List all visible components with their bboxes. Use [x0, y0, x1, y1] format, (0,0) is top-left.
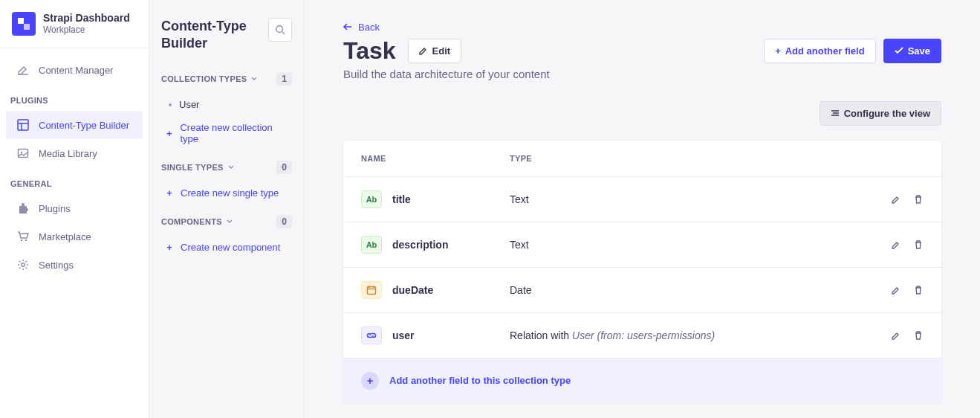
svg-point-6 — [21, 152, 22, 153]
chevron-down-icon — [227, 219, 233, 224]
edit-field-button[interactable] — [891, 285, 901, 295]
svg-line-11 — [282, 32, 285, 35]
field-type-icon: Ab — [361, 236, 382, 254]
create-collection-type[interactable]: + Create new collection type — [161, 116, 292, 150]
puzzle-icon — [16, 202, 30, 215]
configure-view-button[interactable]: Configure the view — [820, 101, 941, 126]
delete-field-button[interactable] — [913, 285, 924, 295]
brand-subtitle: Workplace — [43, 25, 130, 35]
field-type-icon: Ab — [361, 190, 382, 208]
save-label: Save — [908, 45, 930, 57]
svg-rect-2 — [18, 120, 28, 130]
nav-label: Settings — [39, 260, 74, 271]
pencil-icon — [419, 46, 428, 55]
layout-icon — [16, 118, 30, 132]
count-badge: 0 — [276, 161, 292, 174]
plus-circle-icon: + — [361, 372, 379, 390]
brand-logo-icon — [12, 12, 36, 36]
section-label: COLLECTION TYPES — [161, 74, 247, 83]
nav-plugins[interactable]: Plugins — [6, 194, 143, 222]
count-badge: 0 — [276, 215, 292, 228]
plus-icon: + — [164, 242, 175, 253]
nav-label: Plugins — [39, 203, 71, 214]
sub-nav: Content-Type Builder COLLECTION TYPES 1 … — [149, 0, 305, 418]
section-label: SINGLE TYPES — [161, 163, 224, 172]
field-name: title — [392, 193, 411, 205]
collection-type-user[interactable]: User — [161, 93, 292, 116]
edit-label: Edit — [432, 45, 451, 57]
field-type: Text — [510, 193, 842, 205]
delete-field-button[interactable] — [913, 239, 924, 250]
add-field-button[interactable]: + Add another field — [764, 39, 875, 63]
delete-field-button[interactable] — [913, 194, 924, 205]
field-type: Relation with User (from: users-permissi… — [510, 329, 842, 341]
svg-point-7 — [21, 239, 22, 241]
brand-title: Strapi Dashboard — [43, 12, 130, 25]
create-component[interactable]: + Create new component — [161, 236, 292, 259]
gear-icon — [16, 258, 30, 271]
svg-rect-1 — [24, 24, 30, 30]
chevron-down-icon — [251, 77, 257, 81]
table-row: userRelation with User (from: users-perm… — [343, 313, 941, 358]
count-badge: 1 — [276, 72, 292, 86]
back-link[interactable]: Back — [343, 22, 380, 33]
nav-divider — [0, 48, 149, 48]
th-name: NAME — [361, 154, 510, 163]
chevron-down-icon — [228, 165, 234, 170]
image-icon — [16, 147, 30, 160]
svg-point-10 — [276, 26, 283, 33]
edit-field-button[interactable] — [891, 239, 901, 250]
add-field-row[interactable]: + Add another field to this collection t… — [343, 358, 941, 403]
plus-icon: + — [775, 45, 781, 57]
pencil-square-icon — [16, 63, 30, 77]
field-name: description — [392, 239, 448, 251]
svg-rect-0 — [18, 18, 24, 24]
nav-label: Marketplace — [39, 231, 91, 242]
edit-field-button[interactable] — [891, 330, 901, 341]
create-single-type[interactable]: + Create new single type — [161, 181, 292, 205]
nav-section-plugins-label: PLUGINS — [0, 84, 149, 111]
field-type-icon — [361, 281, 382, 299]
section-label: COMPONENTS — [161, 217, 222, 226]
plus-icon: + — [164, 128, 174, 139]
add-field-row-label: Add another field to this collection typ… — [389, 375, 571, 386]
nav-content-type-builder[interactable]: Content-Type Builder — [6, 111, 143, 139]
search-button[interactable] — [268, 18, 292, 42]
configure-label: Configure the view — [844, 108, 930, 119]
check-icon — [895, 47, 903, 54]
edit-field-button[interactable] — [891, 194, 901, 205]
fields-table: NAME TYPE AbtitleTextAbdescriptionTextdu… — [343, 141, 941, 403]
main-nav: Strapi Dashboard Workplace Content Manag… — [0, 0, 149, 418]
edit-button[interactable]: Edit — [408, 39, 462, 63]
components-toggle[interactable]: COMPONENTS 0 — [161, 208, 292, 236]
delete-field-button[interactable] — [913, 330, 924, 341]
table-row: AbdescriptionText — [343, 222, 941, 268]
field-type: Date — [510, 284, 842, 296]
collection-types-toggle[interactable]: COLLECTION TYPES 1 — [161, 65, 292, 93]
nav-settings[interactable]: Settings — [6, 251, 143, 279]
plus-icon: + — [164, 187, 175, 199]
content-area: Back Task Edit + Add another field Save … — [305, 0, 980, 418]
nav-media-library[interactable]: Media Library — [6, 139, 143, 167]
field-name: dueDate — [392, 284, 433, 296]
action-label: Create new collection type — [180, 122, 289, 144]
add-field-label: Add another field — [785, 45, 865, 57]
svg-point-8 — [25, 239, 27, 241]
action-label: Create new component — [181, 242, 280, 253]
arrow-left-icon — [343, 23, 352, 30]
nav-section-general-label: GENERAL — [0, 167, 149, 194]
table-row: AbtitleText — [343, 177, 941, 222]
field-type: Text — [510, 239, 842, 251]
th-type: TYPE — [510, 154, 842, 163]
nav-content-manager[interactable]: Content Manager — [6, 56, 143, 84]
table-row: dueDateDate — [343, 268, 941, 313]
nav-marketplace[interactable]: Marketplace — [6, 222, 143, 251]
svg-rect-15 — [368, 286, 376, 294]
brand[interactable]: Strapi Dashboard Workplace — [0, 0, 149, 48]
nav-label: Content Manager — [39, 65, 113, 76]
sub-nav-title: Content-Type Builder — [161, 18, 261, 51]
search-icon — [275, 25, 285, 35]
page-title: Task — [343, 37, 396, 65]
single-types-toggle[interactable]: SINGLE TYPES 0 — [161, 153, 292, 181]
save-button[interactable]: Save — [883, 39, 941, 63]
